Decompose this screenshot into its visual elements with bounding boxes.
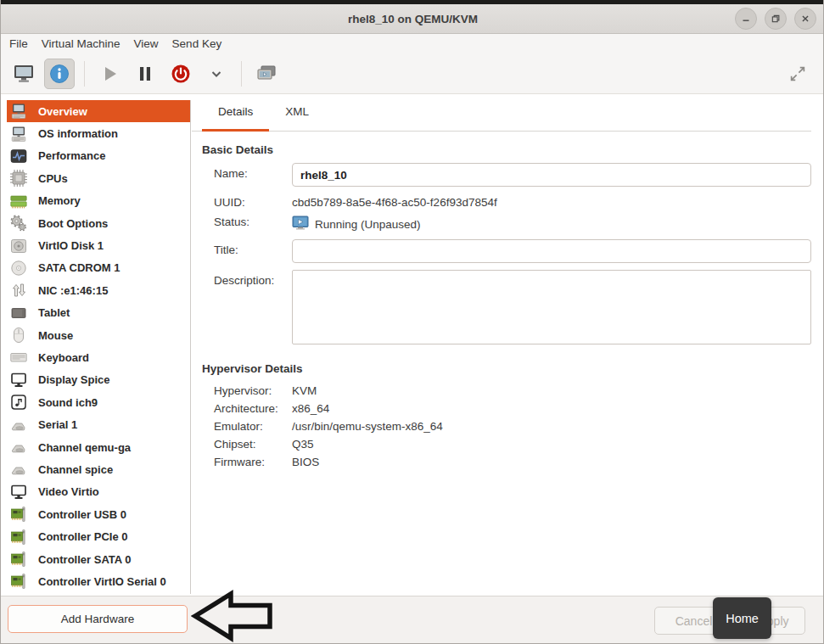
- sidebar-item-virtio-disk-1[interactable]: VirtIO Disk 1: [7, 234, 190, 256]
- window-controls: [735, 8, 816, 30]
- minimize-icon: [740, 13, 752, 25]
- tab-details[interactable]: Details: [202, 94, 269, 132]
- sidebar-item-label: Performance: [38, 149, 105, 162]
- sidebar-item-sata-cdrom-1[interactable]: SATA CDROM 1: [7, 257, 190, 279]
- sidebar-item-serial-1[interactable]: Serial 1: [7, 413, 190, 435]
- home-tooltip-label: Home: [726, 612, 759, 625]
- hypervisor-row-value: x86_64: [292, 400, 329, 417]
- sidebar-item-label: CPUs: [38, 172, 68, 185]
- sidebar-item-controller-sata-0[interactable]: Controller SATA 0: [7, 548, 190, 570]
- nic-icon: [9, 282, 27, 300]
- hypervisor-row-emulator: Emulator:/usr/bin/qemu-system-x86_64: [200, 417, 811, 435]
- status-value: Running (Unpaused): [315, 218, 421, 231]
- add-hardware-button[interactable]: Add Hardware: [8, 605, 188, 633]
- sidebar-item-label: Controller VirtIO Serial 0: [38, 575, 166, 588]
- menu-view[interactable]: View: [127, 36, 165, 52]
- snapshots-button[interactable]: [251, 59, 282, 89]
- sidebar-item-label: Boot Options: [38, 217, 108, 230]
- sidebar-item-memory[interactable]: Memory: [7, 190, 190, 212]
- show-graphical-console-button[interactable]: [8, 59, 39, 89]
- resize-arrows-icon: [788, 64, 808, 84]
- sidebar-item-channel-spice[interactable]: Channel spice: [7, 458, 190, 480]
- menu-virtual-machine[interactable]: Virtual Machine: [35, 36, 127, 52]
- tab-xml[interactable]: XML: [269, 94, 325, 132]
- sidebar-item-mouse[interactable]: Mouse: [7, 324, 190, 346]
- details-content: Basic Details Name: UUID: cbd5b789-8a5e-…: [192, 132, 824, 471]
- sidebar-item-label: Controller PCIe 0: [38, 530, 127, 543]
- sound-icon: [9, 394, 27, 412]
- sidebar-item-label: Sound ich9: [38, 396, 98, 409]
- hypervisor-row-label: Hypervisor:: [214, 382, 292, 400]
- sidebar-item-tablet[interactable]: Tablet: [7, 302, 190, 324]
- pci-card-icon: [9, 506, 27, 524]
- minimize-button[interactable]: [735, 8, 757, 30]
- description-label: Description:: [214, 270, 292, 347]
- sidebar-item-label: Channel qemu-ga: [38, 441, 131, 454]
- name-input[interactable]: [292, 163, 811, 187]
- hypervisor-row-value: BIOS: [292, 453, 319, 471]
- status-row: Status: Running (Unpaused): [200, 214, 811, 233]
- tabstrip: Details XML: [192, 94, 811, 132]
- hypervisor-row-label: Firmware:: [214, 453, 292, 471]
- sidebar-hardware-list: OverviewOS informationPerformanceCPUsMem…: [7, 100, 191, 594]
- sidebar-item-nic-e1-46-15[interactable]: NIC :e1:46:15: [7, 279, 190, 301]
- sidebar-item-controller-virtio-serial-0[interactable]: Controller VirtIO Serial 0: [7, 570, 190, 592]
- uuid-row: UUID: cbd5b789-8a5e-4f68-ac50-f26f93d785…: [200, 193, 811, 209]
- hypervisor-row-chipset: Chipset:Q35: [200, 435, 811, 453]
- sidebar-item-label: OS information: [38, 127, 118, 140]
- virt-manager-window: rhel8_10 on QEMU/KVM FileVirtual Machine…: [0, 0, 824, 644]
- sidebar-item-overview[interactable]: Overview: [7, 100, 190, 122]
- menu-send-key[interactable]: Send Key: [165, 36, 229, 52]
- shutdown-menu-button[interactable]: [201, 59, 232, 89]
- close-button[interactable]: [794, 8, 816, 30]
- sidebar-item-label: Overview: [38, 105, 87, 118]
- sidebar-item-keyboard[interactable]: Keyboard: [7, 346, 190, 368]
- details-panel: Details XML Basic Details Name: UUID: cb…: [192, 94, 824, 596]
- sidebar-item-sound-ich9[interactable]: Sound ich9: [7, 391, 190, 413]
- vm-running-icon: [292, 216, 309, 233]
- sidebar-item-controller-usb-0[interactable]: Controller USB 0: [7, 503, 190, 525]
- title-input[interactable]: [292, 239, 811, 263]
- hypervisor-row-value: Q35: [292, 435, 314, 453]
- sidebar-item-label: NIC :e1:46:15: [38, 284, 108, 297]
- sidebar-item-display-spice[interactable]: Display Spice: [7, 369, 190, 391]
- annotation-arrow-left-icon: [191, 589, 276, 643]
- sidebar-item-label: Serial 1: [38, 418, 77, 431]
- status-label: Status:: [214, 214, 292, 233]
- sidebar-item-video-virtio[interactable]: Video Virtio: [7, 481, 190, 503]
- sidebar-item-os-information[interactable]: OS information: [7, 122, 190, 144]
- show-vm-details-button[interactable]: [44, 59, 75, 89]
- serial-icon: [9, 416, 27, 434]
- pause-button[interactable]: [130, 59, 160, 89]
- sidebar-item-controller-pcie-0[interactable]: Controller PCIe 0: [7, 525, 190, 547]
- menu-file[interactable]: File: [3, 36, 35, 52]
- shutdown-button[interactable]: [165, 59, 196, 89]
- description-textarea[interactable]: [292, 270, 811, 344]
- sidebar-item-channel-qemu-ga[interactable]: Channel qemu-ga: [7, 436, 190, 458]
- cpu-icon: [9, 170, 27, 188]
- sidebar-item-performance[interactable]: Performance: [7, 145, 190, 167]
- memory-icon: [9, 192, 27, 210]
- name-row: Name:: [200, 163, 811, 187]
- run-button[interactable]: [94, 59, 125, 89]
- serial-icon: [9, 439, 27, 456]
- info-circle-icon: [48, 63, 70, 85]
- hypervisor-row-value: /usr/bin/qemu-system-x86_64: [292, 417, 443, 435]
- hypervisor-details-heading: Hypervisor Details: [202, 362, 811, 375]
- home-tooltip: Home: [713, 597, 771, 639]
- name-label: Name:: [214, 163, 292, 187]
- sidebar-item-cpus[interactable]: CPUs: [7, 167, 190, 189]
- hypervisor-row-hypervisor: Hypervisor:KVM: [200, 382, 811, 400]
- sidebar-item-boot-options[interactable]: Boot Options: [7, 212, 190, 234]
- serial-icon: [9, 461, 27, 479]
- fullscreen-button[interactable]: [782, 59, 813, 89]
- hypervisor-row-architecture: Architecture:x86_64: [200, 400, 811, 417]
- restore-button[interactable]: [765, 8, 787, 30]
- hypervisor-row-firmware: Firmware:BIOS: [200, 453, 811, 471]
- tablet-icon: [9, 304, 27, 322]
- title-label: Title:: [214, 239, 292, 263]
- power-icon: [170, 63, 192, 85]
- pci-card-icon: [9, 528, 27, 546]
- play-icon: [98, 63, 121, 85]
- sidebar-item-label: Display Spice: [38, 373, 110, 386]
